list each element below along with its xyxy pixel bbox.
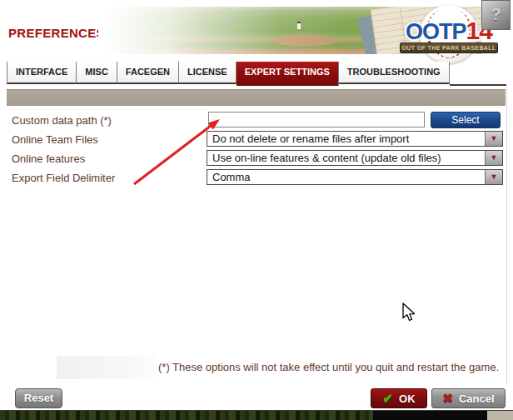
dropdown-arrow-icon[interactable]: ▼ [485,151,502,165]
mouse-cursor-icon [403,303,415,321]
faint-watermark-box [57,356,155,379]
check-icon: ✔ [382,391,393,406]
logo-tagline-ribbon: OUT OF THE PARK BASEBALL [400,42,498,53]
cross-icon: ✖ [442,391,453,406]
export-field-delimiter-dropdown[interactable]: Comma ▼ [207,169,503,185]
restart-note: (*) These options will not take effect u… [158,361,499,373]
tab-bar: INTERFACE MISC FACEGEN LICENSE EXPERT SE… [7,62,506,86]
tab-license[interactable]: LICENSE [179,62,237,84]
export-field-delimiter-label: Export Field Delimiter [12,172,115,184]
annotation-arrow-line [134,126,211,184]
online-team-files-dropdown[interactable]: Do not delete or rename files after impo… [207,131,503,147]
online-team-files-value: Do not delete or rename files after impo… [212,132,482,146]
online-features-label: Online features [12,152,85,165]
reset-button[interactable]: Reset [15,388,62,408]
ok-button-label: OK [399,392,416,405]
tab-misc[interactable]: MISC [77,62,117,84]
custom-data-path-label: Custom data path (*) [12,114,112,127]
panel-right-edge [506,87,507,383]
background-grass-strip [0,410,513,420]
ok-button[interactable]: ✔ OK [371,388,427,408]
dropdown-arrow-icon[interactable]: ▼ [485,170,502,184]
online-features-dropdown[interactable]: Use on-line features & content (update o… [207,150,503,166]
dropdown-arrow-icon[interactable]: ▼ [485,132,502,146]
background-paper-corner [487,411,513,420]
tab-expert-settings[interactable]: EXPERT SETTINGS [237,62,339,86]
help-button[interactable]: ? [481,0,511,30]
export-field-delimiter-value: Comma [212,171,482,184]
background-black-strip [373,411,487,420]
tab-interface[interactable]: INTERFACE [7,62,77,84]
page-title: PREFERENCES [8,26,105,40]
tab-facegen[interactable]: FACEGEN [117,62,179,84]
select-path-button[interactable]: Select [431,112,501,128]
preferences-dialog: PREFERENCES OOTP14 OUT OF THE PARK BASEB… [0,0,513,420]
toolbar-spacer-bar [7,89,506,106]
tab-troubleshooting[interactable]: TROUBLESHOOTING [339,62,450,84]
logo-ootp-text: OOTP [406,19,466,44]
cancel-button[interactable]: ✖ Cancel [431,388,506,408]
cancel-button-label: Cancel [459,392,495,405]
custom-data-path-input[interactable] [208,112,425,128]
online-team-files-label: Online Team Files [12,133,98,146]
online-features-value: Use on-line features & content (update o… [212,152,482,165]
